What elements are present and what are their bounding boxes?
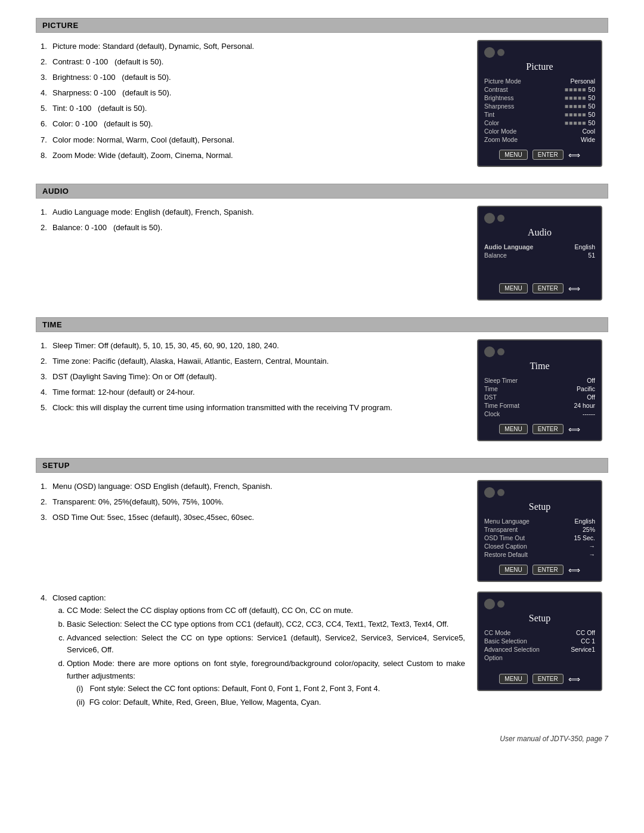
list-item: Clock: this will display the current tim… <box>36 401 465 414</box>
option-sub-list: (i) Font style: Select the CC font optio… <box>76 683 465 709</box>
list-item: Basic Selection: Select the CC type opti… <box>67 618 465 631</box>
setup-content: Menu (OSD) language: OSD English (defaul… <box>36 480 608 582</box>
menu-button[interactable]: MENU <box>499 674 527 684</box>
setup-list: Menu (OSD) language: OSD English (defaul… <box>36 480 465 524</box>
menu-row: OSD Time Out15 Sec. <box>484 534 595 542</box>
list-item: Color mode: Normal, Warm, Cool (default)… <box>36 134 465 147</box>
list-item: Balance: 0 -100 (default is 50). <box>36 221 465 234</box>
footer-text: User manual of JDTV-350, page 7 <box>500 735 608 743</box>
list-item: Color: 0 -100 (default is 50). <box>36 117 465 131</box>
enter-button[interactable]: ENTER <box>532 424 564 434</box>
menu-row: TimePacific <box>484 385 595 393</box>
setup-header: SETUP <box>36 458 608 473</box>
menu-button[interactable]: MENU <box>499 565 527 575</box>
menu-button[interactable]: MENU <box>499 150 527 160</box>
tv-icon-small <box>497 600 504 608</box>
tv-icon-small <box>497 348 504 355</box>
setup-screen1: Setup Menu LanguageEnglish Transparent25… <box>477 480 608 582</box>
audio-menu-title: Audio <box>484 227 595 238</box>
list-item: Transparent: 0%, 25%(default), 50%, 75%,… <box>36 496 465 509</box>
time-text: Sleep Timer: Off (default), 5, 10, 15, 3… <box>36 339 465 417</box>
menu-row: Restore Default→ <box>484 550 595 559</box>
time-screen: Time Sleep TimerOff TimePacific DSTOff T… <box>477 339 608 441</box>
audio-menu-screen: Audio Audio LanguageEnglish Balance51 ME… <box>477 206 602 301</box>
menu-row: Picture ModePersonal <box>484 77 595 85</box>
picture-title: PICTURE <box>42 21 79 30</box>
tv-icon <box>484 346 495 357</box>
setup-menu-screen2: Setup CC ModeCC Off Basic SelectionCC 1 … <box>477 592 602 691</box>
audio-list: Audio Language mode: English (default), … <box>36 206 465 234</box>
enter-button[interactable]: ENTER <box>532 565 564 575</box>
time-title: TIME <box>42 320 62 329</box>
arrow-icon: ⟺ <box>568 674 580 684</box>
enter-button[interactable]: ENTER <box>532 674 564 684</box>
menu-row: Option <box>484 654 595 662</box>
arrow-icon: ⟺ <box>568 284 580 293</box>
tv-icon-small <box>497 49 504 56</box>
menu-row: DSTOff <box>484 393 595 401</box>
menu-row: Color ModeCool <box>484 127 595 135</box>
list-item: (i) Font style: Select the CC font optio… <box>76 683 465 695</box>
menu-row: Contrast■■■■■ 50 <box>484 85 595 94</box>
picture-list: Picture mode: Standard (default), Dynami… <box>36 40 465 162</box>
closed-caption-content: Closed caption: CC Mode: Select the CC d… <box>36 592 608 711</box>
menu-row: Transparent25% <box>484 525 595 534</box>
list-item: Closed caption: CC Mode: Select the CC d… <box>36 592 465 708</box>
menu-bottom-controls: MENU ENTER ⟺ <box>484 424 595 434</box>
list-item: Advanced selection: Select the CC on typ… <box>67 632 465 657</box>
tv-icons <box>484 599 595 609</box>
arrow-icon: ⟺ <box>568 150 580 160</box>
enter-button[interactable]: ENTER <box>532 283 564 293</box>
closed-caption-list: Closed caption: CC Mode: Select the CC d… <box>36 592 465 708</box>
tv-icons <box>484 487 595 498</box>
list-item: CC Mode: Select the CC display options f… <box>67 605 465 617</box>
list-item: Sleep Timer: Off (default), 5, 10, 15, 3… <box>36 339 465 352</box>
list-item: Audio Language mode: English (default), … <box>36 206 465 219</box>
list-item: Time format: 12-hour (default) or 24-hou… <box>36 386 465 399</box>
audio-screen: Audio Audio LanguageEnglish Balance51 ME… <box>477 206 608 301</box>
picture-section: PICTURE Picture mode: Standard (default)… <box>36 18 608 167</box>
menu-row: Sharpness■■■■■ 50 <box>484 102 595 110</box>
time-section: TIME Sleep Timer: Off (default), 5, 10, … <box>36 317 608 441</box>
audio-header: AUDIO <box>36 184 608 199</box>
menu-row: Basic SelectionCC 1 <box>484 637 595 645</box>
tv-icons <box>484 47 595 58</box>
tv-icon <box>484 599 495 609</box>
closed-caption-text: Closed caption: CC Mode: Select the CC d… <box>36 592 465 711</box>
setup-menu-screen1: Setup Menu LanguageEnglish Transparent25… <box>477 480 602 582</box>
menu-button[interactable]: MENU <box>499 283 527 293</box>
time-menu-screen: Time Sleep TimerOff TimePacific DSTOff T… <box>477 339 602 441</box>
menu-bottom-controls: MENU ENTER ⟺ <box>484 565 595 575</box>
closed-caption-section: Closed caption: CC Mode: Select the CC d… <box>36 592 608 711</box>
menu-row: Advanced SelectionService1 <box>484 645 595 654</box>
menu-row: Brightness■■■■■ 50 <box>484 94 595 102</box>
enter-button[interactable]: ENTER <box>532 150 564 160</box>
list-item: Time zone: Pacific (default), Alaska, Ha… <box>36 355 465 368</box>
menu-row: Closed Caption→ <box>484 542 595 550</box>
picture-text: Picture mode: Standard (default), Dynami… <box>36 40 465 165</box>
tv-icon-small <box>497 489 504 496</box>
setup-text: Menu (OSD) language: OSD English (defaul… <box>36 480 465 527</box>
picture-menu-screen: Picture Picture ModePersonal Contrast■■■… <box>477 40 602 167</box>
menu-bottom-controls: MENU ENTER ⟺ <box>484 283 595 293</box>
menu-bottom-controls: MENU ENTER ⟺ <box>484 674 595 684</box>
audio-title: AUDIO <box>42 187 69 196</box>
setup-section: SETUP Menu (OSD) language: OSD English (… <box>36 458 608 711</box>
menu-button[interactable]: MENU <box>499 424 527 434</box>
picture-header: PICTURE <box>36 18 608 33</box>
menu-row: CC ModeCC Off <box>484 628 595 637</box>
tv-icons <box>484 213 595 224</box>
picture-screen: Picture Picture ModePersonal Contrast■■■… <box>477 40 608 167</box>
time-content: Sleep Timer: Off (default), 5, 10, 15, 3… <box>36 339 608 441</box>
time-menu-title: Time <box>484 361 595 371</box>
tv-icons <box>484 346 595 357</box>
menu-row: Sleep TimerOff <box>484 376 595 385</box>
menu-row: Color■■■■■ 50 <box>484 119 595 127</box>
setup-title: SETUP <box>42 461 70 470</box>
tv-icon-small <box>497 215 504 222</box>
menu-row: Balance51 <box>484 251 595 259</box>
menu-row: Tint■■■■■ 50 <box>484 110 595 119</box>
menu-row: Time Format24 hour <box>484 401 595 410</box>
list-item: Sharpness: 0 -100 (default is 50). <box>36 86 465 100</box>
picture-content: Picture mode: Standard (default), Dynami… <box>36 40 608 167</box>
